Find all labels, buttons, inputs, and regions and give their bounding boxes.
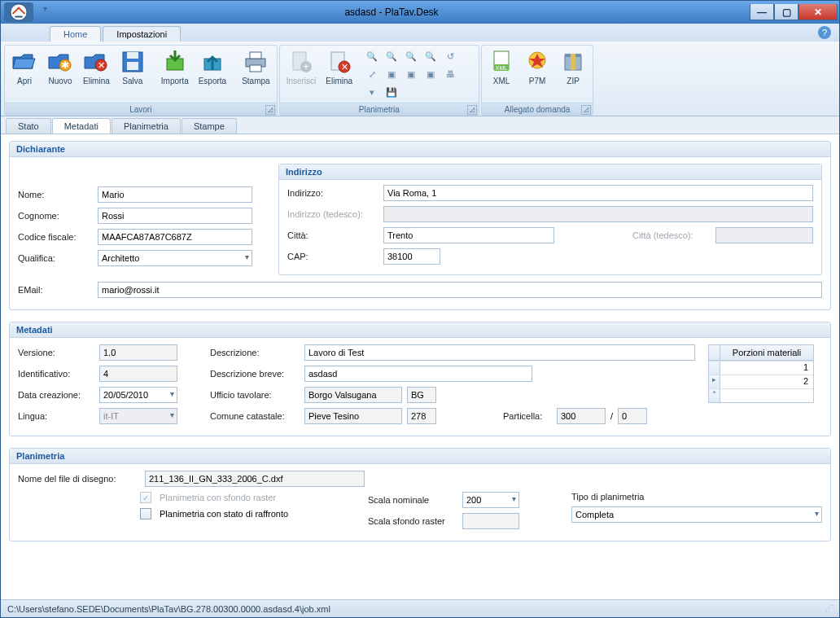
importa-button[interactable]: Importa (156, 47, 194, 101)
group-dichiarante-title: Dichiarante (10, 142, 830, 157)
allegato-launcher-icon[interactable]: ◿ (581, 105, 591, 115)
identificativo-input (99, 366, 177, 382)
citta-de-input (715, 227, 813, 243)
tab-stato[interactable]: Stato (6, 118, 51, 134)
qat-dropdown-icon[interactable]: ▾ (43, 4, 47, 13)
data-label: Data creazione: (18, 390, 94, 400)
tipo-select[interactable] (571, 506, 822, 523)
indirizzo-de-input (383, 206, 813, 222)
print-mini-icon[interactable]: 🖶 (443, 67, 457, 81)
svg-rect-6 (127, 52, 138, 59)
statusbar: C:\Users\stefano.SEDE\Documents\PlaTav\B… (1, 599, 839, 617)
lavori-launcher-icon[interactable]: ◿ (265, 105, 275, 115)
cf-input[interactable] (98, 229, 252, 245)
planimetria-elimina-button[interactable]: ✕Elimina (321, 47, 357, 101)
close-button[interactable]: ✕ (798, 4, 838, 20)
descr-input[interactable] (304, 344, 695, 361)
zip-button[interactable]: ZIP (555, 47, 591, 101)
qualifica-label: Qualifica: (18, 253, 93, 263)
scala-raster-label: Scala sfondo raster (368, 516, 457, 526)
save-mini-icon[interactable]: 💾 (384, 85, 399, 99)
cc-label: Comune catastale: (210, 411, 300, 421)
tab-stampe[interactable]: Stampe (182, 118, 237, 134)
tab-planimetria[interactable]: Planimetria (112, 118, 181, 134)
citta-input[interactable] (383, 227, 554, 243)
cap-input[interactable] (383, 248, 440, 265)
nuovo-button[interactable]: ✱Nuovo (42, 47, 78, 101)
zoom-page-icon[interactable]: ⤢ (365, 67, 379, 81)
export-icon (199, 49, 225, 75)
zoom-fit-icon[interactable]: 🔍 (404, 49, 418, 64)
planimetria-launcher-icon[interactable]: ◿ (467, 105, 477, 115)
zoom-region-icon[interactable]: 🔍 (423, 49, 438, 64)
nome-input[interactable] (98, 186, 252, 203)
svg-rect-11 (250, 52, 261, 59)
table-row[interactable]: 1 (709, 361, 813, 375)
ribbon: Apri ✱Nuovo ✕Elimina Salva Importa Espor… (1, 42, 839, 116)
descr-breve-input[interactable] (304, 366, 532, 382)
help-icon[interactable]: ? (818, 26, 831, 39)
part-label: Particella: (503, 411, 552, 421)
tab-metadati[interactable]: Metadati (52, 118, 111, 134)
nome-label: Nome: (18, 190, 93, 199)
folder-new-icon: ✱ (47, 49, 73, 75)
ribbon-tab-impostazioni[interactable]: Impostazioni (103, 26, 181, 42)
citta-de-label: Città (tedesco): (632, 230, 711, 240)
porzioni-table[interactable]: Porzioni materiali 1 ▸2 * (708, 344, 814, 403)
app-icon[interactable] (4, 2, 33, 22)
ribbon-tab-home[interactable]: Home (50, 26, 101, 42)
print-dd-icon[interactable]: ▾ (365, 85, 379, 99)
svg-point-0 (11, 4, 27, 20)
stampa-button[interactable]: Stampa (237, 47, 274, 101)
salva-button[interactable]: Salva (115, 47, 151, 101)
porzioni-header: Porzioni materiali (720, 345, 813, 361)
resize-grip-icon[interactable]: ⋰ (825, 603, 833, 614)
zoom-in-icon[interactable]: 🔍 (384, 49, 399, 64)
titlebar: ▾ asdasd - PlaTav.Desk — ▢ ✕ (1, 1, 839, 24)
indirizzo-input[interactable] (383, 185, 813, 201)
cap-label: CAP: (287, 252, 378, 261)
cc-code-input (407, 408, 436, 424)
data-input[interactable] (99, 387, 177, 403)
elimina-button[interactable]: ✕Elimina (78, 47, 115, 101)
scala-nom-input[interactable] (462, 492, 519, 508)
descr-breve-label: Descrizione breve: (210, 369, 300, 379)
identificativo-label: Identificativo: (18, 369, 94, 379)
file-input (145, 471, 365, 487)
ut-label: Ufficio tavolare: (210, 390, 300, 400)
svg-text:✕: ✕ (98, 60, 105, 70)
xml-button[interactable]: XMLXML (483, 47, 519, 101)
zoom-reset-icon[interactable]: ↺ (443, 49, 457, 64)
citta-label: Città: (287, 230, 378, 240)
svg-text:✱: ✱ (61, 59, 69, 71)
delete-plan-icon: ✕ (326, 49, 352, 75)
tool-a-icon[interactable]: ▣ (384, 67, 399, 81)
part-n-input (557, 408, 606, 424)
table-row-new[interactable]: * (709, 388, 813, 402)
descr-label: Descrizione: (210, 348, 300, 357)
minimize-button[interactable]: — (750, 4, 774, 20)
email-input[interactable] (98, 282, 822, 298)
p7m-button[interactable]: P7M (519, 47, 555, 101)
xml-icon: XML (488, 49, 514, 75)
ribbon-group-allegato-label: Allegato domanda (505, 105, 571, 114)
scala-raster-input (462, 513, 519, 529)
tool-c-icon[interactable]: ▣ (423, 67, 438, 81)
ribbon-group-lavori: Apri ✱Nuovo ✕Elimina Salva Importa Espor… (4, 45, 278, 116)
folder-open-icon (11, 49, 37, 75)
raster-chk-label: Planimetria con sfondo raster (160, 493, 276, 502)
svg-text:+: + (303, 61, 308, 72)
maximize-button[interactable]: ▢ (774, 4, 798, 20)
app-window: ▾ asdasd - PlaTav.Desk — ▢ ✕ Home Impost… (0, 0, 840, 618)
table-row[interactable]: ▸2 (709, 375, 813, 388)
cognome-input[interactable] (98, 208, 252, 224)
raffronto-checkbox[interactable] (140, 508, 151, 519)
qualifica-select[interactable] (98, 250, 252, 266)
esporta-button[interactable]: Esporta (194, 47, 231, 101)
ribbon-group-lavori-label: Lavori (129, 105, 151, 114)
svg-rect-7 (127, 62, 138, 70)
file-label: Nome del file di disegno: (18, 474, 140, 484)
tool-b-icon[interactable]: ▣ (404, 67, 418, 81)
apri-button[interactable]: Apri (7, 47, 42, 101)
zoom-out-icon[interactable]: 🔍 (365, 49, 379, 64)
